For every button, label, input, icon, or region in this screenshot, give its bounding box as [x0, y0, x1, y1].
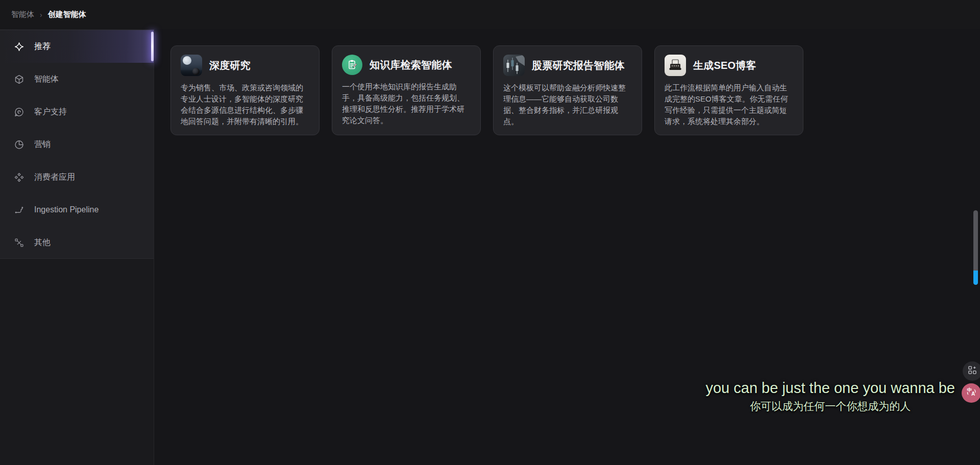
translate-icon: 中 A: [966, 386, 977, 400]
sidebar-item-label: 客户支持: [34, 107, 67, 117]
sidebar-item-customer-support[interactable]: 客户支持: [0, 95, 154, 128]
breadcrumb-agents-link[interactable]: 智能体: [11, 10, 34, 19]
typewriter-thumbnail: [665, 55, 686, 76]
card-description: 专为销售、市场、政策或咨询领域的专业人士设计，多智能体的深度研究会结合多源信息进…: [181, 82, 309, 127]
left-column: 推荐 智能体 客户支持: [0, 29, 154, 465]
translate-button[interactable]: 中 A: [962, 383, 980, 403]
stock-chart-thumbnail: [503, 55, 525, 76]
sidebar-item-other[interactable]: 其他: [0, 226, 154, 259]
sidebar-item-marketing[interactable]: 营销: [0, 128, 154, 161]
cube-icon: [14, 74, 24, 85]
sidebar-item-label: 消费者应用: [34, 172, 75, 183]
sparkle-icon: [14, 41, 24, 52]
category-sidebar: 推荐 智能体 客户支持: [0, 30, 154, 259]
sidebar-item-label: 智能体: [34, 74, 59, 85]
card-deep-research[interactable]: 深度研究 专为销售、市场、政策或咨询领域的专业人士设计，多智能体的深度研究会结合…: [170, 45, 320, 135]
scrollbar-progress-indicator: [973, 271, 978, 285]
scrollbar-thumb[interactable]: [973, 210, 978, 285]
sidebar-item-consumer-apps[interactable]: 消费者应用: [0, 161, 154, 193]
pipeline-icon: [14, 205, 24, 215]
page-title: 创建智能体: [48, 10, 86, 19]
card-title: 深度研究: [209, 59, 251, 72]
sidebar-item-label: Ingestion Pipeline: [34, 205, 99, 214]
card-knowledge-retrieval[interactable]: 知识库检索智能体 一个使用本地知识库的报告生成助手，具备高级能力，包括任务规划、…: [332, 45, 481, 135]
pie-chart-icon: [14, 139, 24, 150]
card-description: 这个模板可以帮助金融分析师快速整理信息——它能够自动获取公司数据、整合财务指标，…: [503, 82, 632, 127]
sidebar-item-agents[interactable]: 智能体: [0, 63, 154, 95]
card-title: 生成SEO博客: [693, 59, 756, 72]
subtitle-line-english: you can be just the one you wanna be: [705, 380, 955, 397]
widget-button[interactable]: [963, 361, 980, 381]
breadcrumb: 智能体 › 创建智能体: [0, 0, 980, 29]
card-seo-blog[interactable]: 生成SEO博客 此工作流根据简单的用户输入自动生成完整的SEO博客文章。你无需任…: [654, 45, 803, 135]
svg-text:A: A: [971, 391, 975, 397]
misc-icon: [14, 237, 24, 248]
sidebar-item-label: 营销: [34, 139, 51, 150]
breadcrumb-separator-icon: ›: [40, 11, 42, 19]
card-stock-research[interactable]: 股票研究报告智能体 这个模板可以帮助金融分析师快速整理信息——它能够自动获取公司…: [493, 45, 642, 135]
sidebar-item-ingestion-pipeline[interactable]: Ingestion Pipeline: [0, 193, 154, 226]
squares-sparkle-icon: [967, 365, 977, 377]
diamonds-icon: [14, 172, 24, 183]
card-title: 知识库检索智能体: [370, 58, 452, 72]
sidebar-item-label: 其他: [34, 237, 51, 248]
sidebar-item-label: 推荐: [34, 41, 51, 52]
card-description: 一个使用本地知识库的报告生成助手，具备高级能力，包括任务规划、推理和反思性分析。…: [342, 81, 471, 126]
knowledge-clipboard-icon: [342, 55, 362, 75]
deep-research-thumbnail: [181, 55, 202, 76]
chat-bubble-icon: [14, 107, 24, 117]
template-cards-row: 深度研究 专为销售、市场、政策或咨询领域的专业人士设计，多智能体的深度研究会结合…: [170, 45, 803, 135]
subtitle-line-chinese: 你可以成为任何一个你想成为的人: [705, 399, 955, 413]
card-title: 股票研究报告智能体: [532, 59, 625, 72]
card-description: 此工作流根据简单的用户输入自动生成完整的SEO博客文章。你无需任何写作经验，只需…: [665, 82, 793, 127]
lyrics-subtitle-overlay: you can be just the one you wanna be 你可以…: [705, 380, 955, 413]
sidebar-item-recommended[interactable]: 推荐: [0, 30, 154, 63]
